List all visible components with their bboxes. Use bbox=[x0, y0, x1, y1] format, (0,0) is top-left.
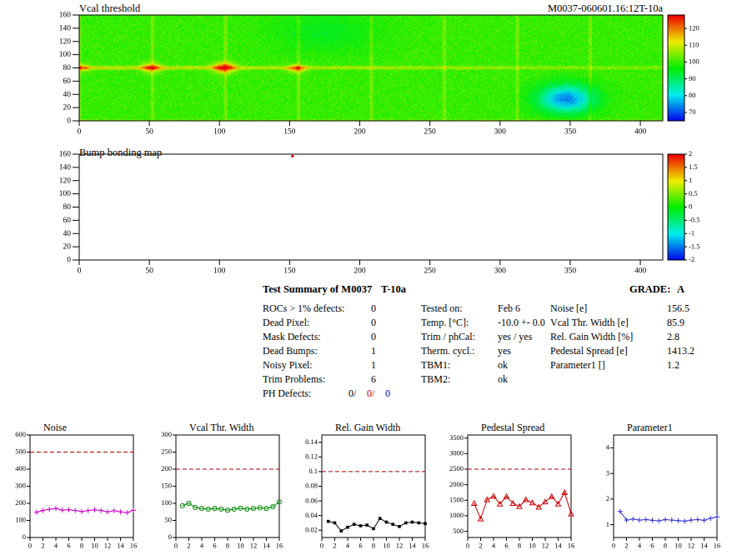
summary-row-noise: Noise [e]156.5 bbox=[550, 302, 689, 315]
summary-label: Dead Bumps: bbox=[263, 345, 371, 358]
summary-row-pedestal-spread: Pedestal Spread [e]1413.2 bbox=[550, 345, 694, 358]
rel-gain-width-plot bbox=[294, 421, 438, 560]
summary-title: Test Summary of M0037 bbox=[263, 283, 372, 296]
summary-value: yes / yes bbox=[498, 331, 532, 342]
summary-row-tbm1: TBM1:ok bbox=[421, 359, 508, 372]
summary-row-mask-defects: Mask Defects:0 bbox=[263, 331, 376, 343]
summary-row-ph-defects: PH Defects:0/0/0 bbox=[263, 388, 390, 400]
summary-label: TBM1: bbox=[421, 359, 498, 372]
vcal-thr-width-plot bbox=[148, 421, 292, 560]
summary-value: 1 bbox=[371, 345, 376, 357]
summary-value: Feb 6 bbox=[498, 302, 520, 314]
summary-row-dead-bumps: Dead Bumps:1 bbox=[263, 345, 376, 358]
summary-label: Tested on: bbox=[421, 302, 498, 315]
summary-row-vcal-thr-width: Vcal Thr. Width [e]85.9 bbox=[550, 317, 684, 329]
summary-label: Dead Pixel: bbox=[263, 317, 371, 329]
summary-row-therm-cycl: Therm. cycl.:yes bbox=[421, 345, 511, 358]
summary-label: Therm. cycl.: bbox=[421, 345, 498, 358]
summary-row-temp: Temp. [°C]:-10.0 +- 0.0 bbox=[421, 317, 545, 329]
summary-row-noisy-pixel: Noisy Pixel:1 bbox=[263, 359, 376, 372]
summary-row-rocs-defects: ROCs > 1% defects:0 bbox=[263, 302, 376, 315]
summary-row-parameter1: Parameter1 []1.2 bbox=[550, 359, 679, 372]
summary-value: 85.9 bbox=[667, 317, 684, 328]
summary-label: TBM2: bbox=[421, 373, 498, 386]
grade-label: GRADE: bbox=[629, 283, 670, 296]
vcal-threshold-heatmap bbox=[0, 0, 734, 142]
ph-defects-value-2: 0/ bbox=[367, 388, 385, 400]
parameter1-plot bbox=[586, 421, 729, 560]
summary-value: 1.2 bbox=[667, 359, 679, 371]
summary-label: Noise [e] bbox=[550, 302, 667, 315]
summary-value: 6 bbox=[371, 373, 376, 385]
bump-bonding-map bbox=[0, 143, 734, 281]
summary-value: 1 bbox=[371, 359, 376, 371]
summary-value: 1413.2 bbox=[667, 345, 694, 357]
summary-row-tbm2: TBM2:ok bbox=[421, 373, 508, 386]
summary-value: ok bbox=[498, 359, 508, 371]
summary-value: ok bbox=[498, 373, 508, 385]
ph-defects-value-3: 0 bbox=[385, 388, 390, 399]
summary-label: Mask Defects: bbox=[263, 331, 371, 343]
summary-label: Vcal Thr. Width [e] bbox=[550, 317, 667, 329]
summary-label: Temp. [°C]: bbox=[421, 317, 498, 329]
grade-value: A bbox=[677, 283, 684, 296]
summary-value: yes bbox=[498, 345, 511, 357]
summary-label: Trim Problems: bbox=[263, 373, 371, 386]
summary-label: PH Defects: bbox=[263, 388, 348, 400]
summary-label: Trim / phCal: bbox=[421, 331, 498, 343]
summary-value: 0 bbox=[371, 317, 376, 328]
summary-row-rel-gain-width: Rel. Gain Width [%]2.8 bbox=[550, 331, 679, 343]
summary-value: 0 bbox=[371, 331, 376, 342]
summary-value: 156.5 bbox=[667, 302, 689, 314]
summary-label: Parameter1 [] bbox=[550, 359, 667, 372]
summary-row-dead-pixel: Dead Pixel:0 bbox=[263, 317, 376, 329]
summary-module-type: T-10a bbox=[381, 283, 406, 296]
summary-row-trim-phcal: Trim / phCal:yes / yes bbox=[421, 331, 532, 343]
summary-row-tested-on: Tested on:Feb 6 bbox=[421, 302, 520, 315]
summary-value: 0 bbox=[371, 302, 376, 314]
module-test-report-page: Vcal threshold M0037-060601.16:12T-10a B… bbox=[0, 0, 747, 560]
summary-row-trim-problems: Trim Problems:6 bbox=[263, 373, 376, 386]
summary-label: ROCs > 1% defects: bbox=[263, 302, 371, 315]
ph-defects-value-1: 0/ bbox=[348, 388, 367, 400]
pedestal-spread-plot bbox=[440, 421, 584, 560]
noise-plot bbox=[3, 421, 146, 560]
summary-value: -10.0 +- 0.0 bbox=[498, 317, 545, 328]
summary-label: Pedestal Spread [e] bbox=[550, 345, 667, 358]
summary-value: 2.8 bbox=[667, 331, 679, 342]
summary-label: Rel. Gain Width [%] bbox=[550, 331, 667, 343]
summary-label: Noisy Pixel: bbox=[263, 359, 371, 372]
